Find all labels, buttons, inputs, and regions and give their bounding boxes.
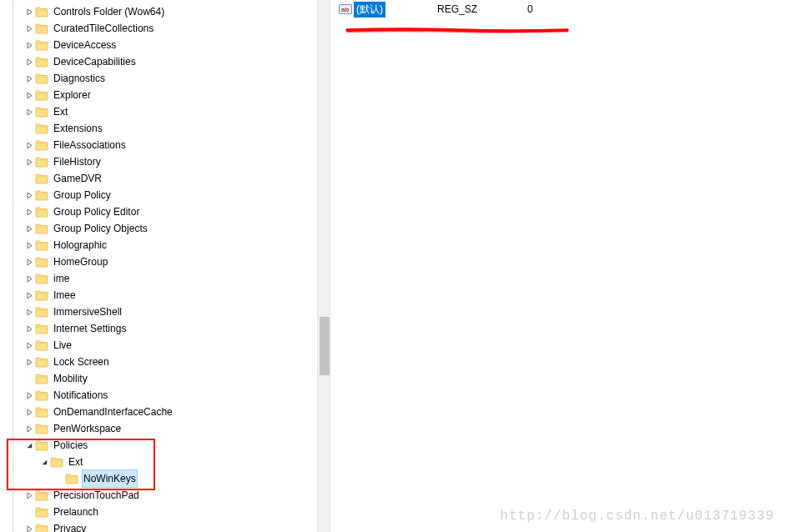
tree-pane: Controls Folder (Wow64)CuratedTileCollec… [0,0,332,532]
tree-item[interactable]: FileHistory [0,153,331,170]
tree-item-label: Group Policy Editor [52,203,141,221]
tree-item-label: FileHistory [52,153,103,171]
tree-item[interactable]: Mobility [0,370,331,387]
expander-closed-icon[interactable] [23,23,35,34]
expander-closed-icon[interactable] [23,156,35,168]
expander-closed-icon[interactable] [23,256,35,268]
folder-icon [35,256,48,268]
tree-item[interactable]: ime [0,270,331,287]
expander-closed-icon[interactable] [23,323,35,334]
tree-item-label: Live [52,336,73,354]
expander-closed-icon[interactable] [23,356,35,368]
folder-icon [35,223,48,234]
folder-icon [65,473,78,484]
tree-item[interactable]: ImmersiveShell [0,304,331,320]
tree-item[interactable]: Policies [0,437,331,454]
expander-closed-icon[interactable] [23,423,35,434]
expander-closed-icon[interactable] [23,189,35,201]
folder-icon [35,89,48,101]
folder-icon [35,173,48,184]
tree-item[interactable]: Group Policy Editor [0,203,331,220]
tree-item[interactable]: Controls Folder (Wow64) [0,3,331,20]
expander-closed-icon[interactable] [23,39,35,51]
expander-closed-icon[interactable] [23,56,35,68]
value-name: (默认) [354,2,385,18]
tree-item-label: ImmersiveShell [52,303,123,321]
tree-item[interactable]: NoWinKeys [0,470,331,487]
tree-item-label: Diagnostics [52,69,107,88]
value-type: REG_SZ [437,3,527,15]
tree-item-label: Controls Folder (Wow64) [52,3,166,21]
tree-item[interactable]: FileAssociations [0,137,331,153]
folder-icon [35,56,48,68]
tree-item-label: Mobility [52,369,89,388]
folder-icon [35,239,48,251]
svg-text:ab: ab [341,6,349,13]
scrollbar-thumb[interactable] [320,317,330,375]
expander-open-icon[interactable] [23,439,35,451]
expander-closed-icon[interactable] [23,239,35,251]
tree-item[interactable]: Group Policy [0,187,331,203]
expander-closed-icon[interactable] [23,339,35,351]
expander-closed-icon[interactable] [23,139,35,151]
tree-item[interactable]: Internet Settings [0,320,331,337]
registry-tree[interactable]: Controls Folder (Wow64)CuratedTileCollec… [0,0,331,532]
tree-item[interactable]: Explorer [0,87,331,103]
expander-closed-icon[interactable] [23,73,35,84]
expander-closed-icon[interactable] [23,6,35,18]
value-row[interactable]: ab (默认) REG_SZ 0 [332,2,786,17]
expander-closed-icon[interactable] [23,306,35,318]
tree-item[interactable]: DeviceAccess [0,37,331,53]
expander-closed-icon[interactable] [23,389,35,401]
folder-icon [35,139,48,151]
folder-icon [35,339,48,351]
tree-item[interactable]: Prelaunch [0,504,331,520]
value-data: 0 [527,3,786,15]
values-pane: ab (默认) REG_SZ 0 [332,0,786,532]
tree-item[interactable]: Group Policy Objects [0,220,331,237]
folder-icon [35,23,48,34]
tree-item-label: Lock Screen [52,353,111,371]
tree-item[interactable]: GameDVR [0,170,331,187]
tree-item[interactable]: OnDemandInterfaceCache [0,404,331,420]
folder-icon [35,156,48,168]
expander-closed-icon[interactable] [23,106,35,118]
tree-item-label: Holographic [52,236,108,254]
expander-closed-icon[interactable] [23,206,35,218]
tree-item[interactable]: CuratedTileCollections [0,20,331,37]
tree-item[interactable]: Privacy [0,520,331,532]
expander-closed-icon[interactable] [23,489,35,501]
tree-item[interactable]: Ext [0,103,331,120]
expander-closed-icon[interactable] [23,223,35,234]
expander-closed-icon[interactable] [23,406,35,418]
tree-item-label: OnDemandInterfaceCache [52,403,174,421]
folder-icon [35,523,48,532]
tree-item[interactable]: Ext [0,454,331,470]
tree-item[interactable]: Notifications [0,387,331,404]
tree-item-label: Group Policy Objects [52,219,149,238]
expander-closed-icon[interactable] [23,89,35,101]
tree-item[interactable]: Holographic [0,237,331,253]
tree-item-label: Privacy [52,519,88,532]
tree-item[interactable]: Imee [0,287,331,304]
tree-item[interactable]: PenWorkspace [0,420,331,437]
expander-closed-icon[interactable] [23,273,35,284]
tree-item[interactable]: DeviceCapabilities [0,53,331,70]
tree-item[interactable]: PrecisionTouchPad [0,487,331,504]
tree-item-label: Explorer [52,86,93,104]
expander-open-icon[interactable] [38,456,50,468]
tree-item[interactable]: Live [0,337,331,354]
tree-item[interactable]: Extensions [0,120,331,137]
tree-item-label: DeviceAccess [52,36,118,54]
tree-item-label: Prelaunch [52,503,100,521]
vertical-scrollbar[interactable] [317,0,331,532]
expander-closed-icon[interactable] [23,523,35,532]
tree-item[interactable]: Diagnostics [0,70,331,87]
folder-icon [35,289,48,301]
folder-icon [35,106,48,118]
expander-closed-icon[interactable] [23,289,35,301]
folder-icon [35,373,48,384]
folder-icon [35,39,48,51]
tree-item[interactable]: Lock Screen [0,354,331,370]
tree-item[interactable]: HomeGroup [0,253,331,270]
